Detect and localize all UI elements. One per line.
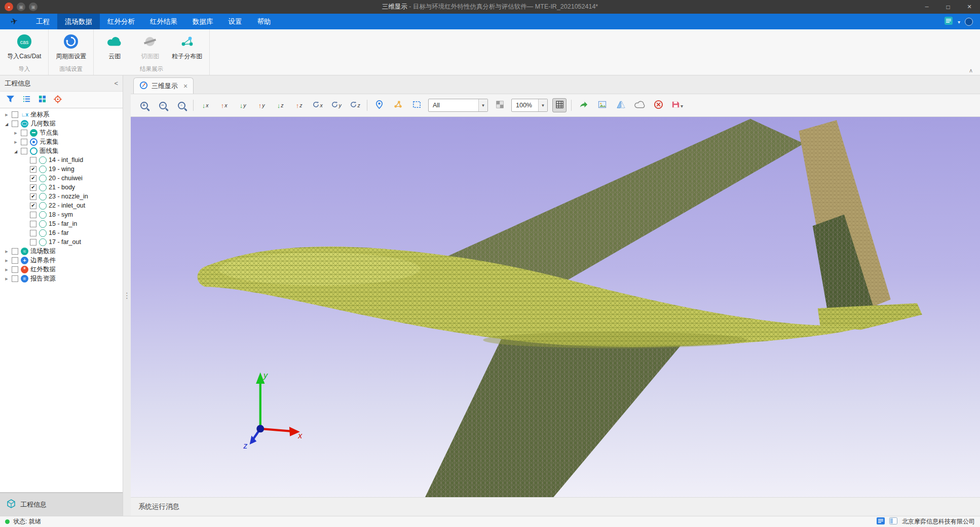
tree-checkbox[interactable] bbox=[21, 139, 27, 145]
menu-item-7[interactable]: 帮助 bbox=[250, 14, 279, 29]
tree-expander-icon[interactable] bbox=[3, 248, 10, 255]
tree-item-face-18[interactable]: 18 - sym bbox=[0, 210, 123, 219]
tree-item-report-resources[interactable]: 报告资源 bbox=[0, 274, 123, 283]
tree-item-face-16[interactable]: 16 - far bbox=[0, 228, 123, 237]
tree-checkbox[interactable] bbox=[30, 193, 36, 200]
panel-footer-tab[interactable]: 工程信息 bbox=[0, 493, 123, 516]
tree-item-boundary-conditions[interactable]: 边界条件 bbox=[0, 256, 123, 265]
tree-expander-icon[interactable] bbox=[3, 111, 10, 118]
tree-item-element-set[interactable]: 元素集 bbox=[0, 137, 123, 146]
app-badge-2-icon[interactable] bbox=[29, 3, 37, 11]
tree-checkbox[interactable] bbox=[30, 166, 36, 173]
tab-3d-view[interactable]: 三维显示 bbox=[133, 77, 194, 94]
menu-style-icon[interactable] bbox=[944, 16, 953, 27]
tree-item-face-17[interactable]: 17 - far_out bbox=[0, 237, 123, 247]
tree-expander-icon[interactable] bbox=[12, 147, 19, 154]
tree-expander-icon[interactable] bbox=[3, 266, 10, 273]
tree-checkbox[interactable] bbox=[30, 175, 36, 182]
tree-item-face-set[interactable]: 面线集 bbox=[0, 146, 123, 155]
zoom-extent-button[interactable]: ▫ bbox=[174, 98, 189, 112]
statusbar-console-icon[interactable] bbox=[877, 517, 885, 526]
filter-button[interactable] bbox=[6, 95, 15, 104]
tree-item-face-14[interactable]: 14 - int_fluid bbox=[0, 155, 123, 165]
zoom-level-dropdown[interactable]: 100% bbox=[511, 99, 548, 112]
viewport-3d[interactable]: y x z bbox=[131, 117, 980, 497]
tree-checkbox[interactable] bbox=[12, 257, 18, 264]
tree-checkbox[interactable] bbox=[21, 130, 27, 136]
tree-item-face-19[interactable]: 19 - wing bbox=[0, 165, 123, 174]
tree-item-face-15[interactable]: 15 - far_in bbox=[0, 219, 123, 228]
ribbon-button-cas[interactable]: cas导入Cas/Dat bbox=[4, 31, 44, 61]
tree-checkbox[interactable] bbox=[30, 212, 36, 218]
tree-checkbox[interactable] bbox=[12, 266, 18, 273]
grid-view-button[interactable] bbox=[39, 95, 46, 104]
tree-item-flow-data[interactable]: 流场数据 bbox=[0, 247, 123, 256]
tree-item-face-23[interactable]: 23 - nozzle_in bbox=[0, 192, 123, 201]
tree-checkbox[interactable] bbox=[30, 239, 36, 246]
tree-item-node-set[interactable]: 节点集 bbox=[0, 128, 123, 137]
locate-button[interactable] bbox=[54, 95, 62, 105]
list-view-button[interactable] bbox=[22, 95, 31, 104]
menu-item-1[interactable]: 工程 bbox=[28, 14, 57, 29]
tree-item-face-22[interactable]: 22 - inlet_out bbox=[0, 201, 123, 210]
tree-checkbox[interactable] bbox=[30, 202, 36, 209]
snapshot-button[interactable] bbox=[595, 98, 609, 112]
minimize-button[interactable] bbox=[916, 0, 937, 14]
close-button[interactable] bbox=[959, 0, 980, 14]
tree-item-face-20[interactable]: 20 - chuiwei bbox=[0, 174, 123, 183]
view-z-pos-button[interactable]: ↑z bbox=[292, 98, 306, 112]
show-nodes-button[interactable] bbox=[391, 98, 405, 112]
display-filter-dropdown[interactable]: All bbox=[428, 99, 488, 112]
view-x-pos-button[interactable]: ↑x bbox=[217, 98, 231, 112]
tree-checkbox[interactable] bbox=[21, 148, 27, 154]
statusbar-layout-icon[interactable] bbox=[889, 517, 897, 526]
box-select-button[interactable] bbox=[409, 98, 424, 112]
export-view-button[interactable] bbox=[576, 98, 590, 112]
zoom-out-button[interactable]: − bbox=[156, 98, 170, 112]
maximize-button[interactable] bbox=[937, 0, 959, 14]
tab-close-icon[interactable] bbox=[183, 83, 187, 90]
rotate-z-button[interactable]: z bbox=[348, 98, 362, 112]
tree-item-coordinate-system[interactable]: 坐标系 bbox=[0, 110, 123, 119]
ribbon-button-cloudmap[interactable]: 云图 bbox=[98, 31, 131, 61]
dropdown-caret-icon[interactable] bbox=[478, 99, 487, 111]
app-badge-1-icon[interactable] bbox=[17, 3, 25, 11]
view-y-pos-button[interactable]: ↑y bbox=[254, 98, 269, 112]
rotate-x-button[interactable]: x bbox=[311, 98, 325, 112]
tree-checkbox[interactable] bbox=[12, 248, 18, 255]
tree-checkbox[interactable] bbox=[30, 230, 36, 236]
view-x-neg-button[interactable]: ↓x bbox=[198, 98, 212, 112]
panel-collapse-button[interactable] bbox=[114, 79, 118, 87]
probe-location-button[interactable] bbox=[372, 98, 386, 112]
tree-expander-icon[interactable] bbox=[3, 257, 10, 264]
tree-checkbox[interactable] bbox=[30, 184, 36, 191]
panel-splitter[interactable] bbox=[123, 75, 131, 516]
ribbon-button-period[interactable]: 周期面设置 bbox=[53, 31, 89, 61]
menu-item-2[interactable]: 流场数据 bbox=[57, 14, 100, 29]
tree-checkbox[interactable] bbox=[12, 275, 18, 282]
tree-expander-icon[interactable] bbox=[12, 129, 19, 136]
ribbon-collapse-button[interactable] bbox=[969, 67, 973, 74]
tree-checkbox[interactable] bbox=[12, 120, 18, 127]
menu-style-caret-icon[interactable] bbox=[958, 18, 960, 25]
app-badge-red-icon[interactable] bbox=[5, 3, 13, 11]
cloud-compare-button[interactable] bbox=[632, 98, 647, 112]
transparency-button[interactable] bbox=[493, 98, 507, 112]
menu-user-icon[interactable] bbox=[965, 18, 973, 26]
view-y-neg-button[interactable]: ↓y bbox=[236, 98, 250, 112]
tree-item-infrared-data[interactable]: 红外数据 bbox=[0, 265, 123, 274]
zoom-in-button[interactable]: + bbox=[137, 98, 151, 112]
mirror-button[interactable] bbox=[614, 98, 628, 112]
tree-checkbox[interactable] bbox=[30, 221, 36, 227]
menu-item-3[interactable]: 红外分析 bbox=[100, 14, 142, 29]
save-view-button[interactable] bbox=[670, 98, 684, 112]
tree-expander-icon[interactable] bbox=[3, 120, 10, 127]
tree-expander-icon[interactable] bbox=[12, 138, 19, 145]
menu-item-5[interactable]: 数据库 bbox=[185, 14, 221, 29]
abort-button[interactable] bbox=[651, 98, 665, 112]
tree-item-geometry-data[interactable]: 几何数据 bbox=[0, 119, 123, 128]
view-z-neg-button[interactable]: ↓z bbox=[273, 98, 287, 112]
tree-checkbox[interactable] bbox=[30, 157, 36, 164]
tree-item-face-21[interactable]: 21 - body bbox=[0, 183, 123, 192]
tree-checkbox[interactable] bbox=[12, 111, 18, 118]
